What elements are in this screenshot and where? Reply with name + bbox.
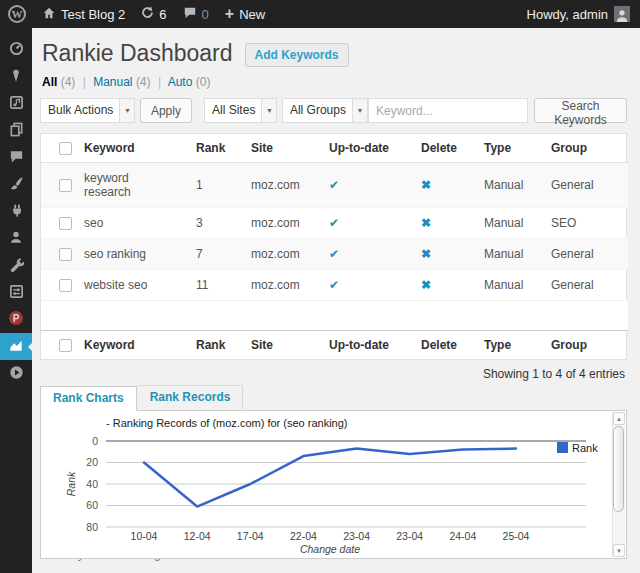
keywords-table: Keyword Rank Site Up-to-date Delete Type… xyxy=(40,133,627,360)
svg-text:Rank: Rank xyxy=(65,471,77,496)
scroll-up-button[interactable]: ▲ xyxy=(613,412,625,425)
updates-menu[interactable]: 6 xyxy=(133,0,174,28)
cell-type: Manual xyxy=(474,239,541,270)
site-name-label: Test Blog 2 xyxy=(61,7,125,22)
sidebar-item-appearance[interactable] xyxy=(0,171,32,198)
sidebar-item-pages[interactable] xyxy=(0,117,32,144)
bulk-actions-value: Bulk Actions xyxy=(41,99,119,122)
cell-group: SEO xyxy=(541,208,628,239)
svg-text:0: 0 xyxy=(92,435,98,447)
howdy-label[interactable]: Howdy, admin xyxy=(527,7,608,22)
sidebar-item-media[interactable] xyxy=(0,90,32,117)
filter-separator: | xyxy=(83,75,86,89)
delete-x-icon[interactable]: ✖ xyxy=(421,278,431,292)
cell-group: General xyxy=(541,163,628,208)
tab-rank-records[interactable]: Rank Records xyxy=(137,385,244,410)
svg-text:10-04: 10-04 xyxy=(131,530,158,542)
cell-rank: 1 xyxy=(186,163,241,208)
updates-icon xyxy=(141,6,154,22)
all-sites-select[interactable]: All Sites ▼ xyxy=(204,98,277,123)
column-footer-type: Type xyxy=(474,331,541,360)
column-footer-site: Site xyxy=(241,331,319,360)
cell-keyword: website seo xyxy=(74,270,186,301)
row-checkbox[interactable] xyxy=(59,279,72,292)
add-keywords-button[interactable]: Add Keywords xyxy=(245,43,349,67)
delete-x-icon[interactable]: ✖ xyxy=(421,247,431,261)
column-header-type[interactable]: Type xyxy=(474,134,541,163)
sidebar-item-posts[interactable] xyxy=(0,63,32,90)
svg-text:17-04: 17-04 xyxy=(237,530,264,542)
delete-x-icon[interactable]: ✖ xyxy=(421,216,431,230)
filter-all[interactable]: All xyxy=(42,75,57,89)
plus-icon: + xyxy=(225,6,234,22)
new-content-menu[interactable]: + New xyxy=(217,0,273,28)
play-icon xyxy=(9,365,24,383)
all-groups-value: All Groups xyxy=(283,99,352,122)
main-content: Rankie Dashboard Add Keywords All (4) | … xyxy=(32,28,640,573)
row-checkbox[interactable] xyxy=(59,217,72,230)
svg-text:22-04: 22-04 xyxy=(290,530,317,542)
filter-manual-count: (4) xyxy=(136,75,151,89)
select-all-checkbox[interactable] xyxy=(59,339,72,352)
delete-x-icon[interactable]: ✖ xyxy=(421,178,431,192)
column-header-site[interactable]: Site xyxy=(241,134,319,163)
scrollbar-thumb[interactable] xyxy=(613,426,624,512)
sidebar-item-dashboard[interactable] xyxy=(0,36,32,63)
sidebar-item-settings[interactable] xyxy=(0,279,32,306)
svg-text:80: 80 xyxy=(86,521,98,533)
rank-chart-panel: - Ranking Records of (moz.com) for (seo … xyxy=(40,410,627,559)
row-checkbox[interactable] xyxy=(59,179,72,192)
rank-chart-icon xyxy=(8,338,24,356)
svg-text:23-04: 23-04 xyxy=(343,530,370,542)
filter-manual[interactable]: Manual xyxy=(93,75,132,89)
sidebar-item-rankie[interactable] xyxy=(0,333,32,360)
svg-text:40: 40 xyxy=(86,478,98,490)
svg-text:- Ranking Records of (moz.com): - Ranking Records of (moz.com) for (seo … xyxy=(106,417,347,429)
site-name-menu[interactable]: Test Blog 2 xyxy=(34,0,133,28)
cell-type: Manual xyxy=(474,208,541,239)
table-row: website seo 11 moz.com ✔ ✖ Manual Genera… xyxy=(41,270,628,301)
all-groups-select[interactable]: All Groups ▼ xyxy=(282,98,368,123)
column-footer-rank: Rank xyxy=(186,331,241,360)
table-row: seo 3 moz.com ✔ ✖ Manual SEO xyxy=(41,208,628,239)
scroll-down-button[interactable]: ▼ xyxy=(613,544,625,557)
wordpress-logo-menu[interactable]: W xyxy=(0,0,34,28)
admin-sidebar: P xyxy=(0,28,32,573)
apply-button[interactable]: Apply xyxy=(140,98,192,123)
bulk-actions-select[interactable]: Bulk Actions ▼ xyxy=(40,98,135,123)
column-footer-keyword: Keyword xyxy=(74,331,186,360)
svg-text:25-04: 25-04 xyxy=(503,530,530,542)
search-keywords-button[interactable]: Search Keywords xyxy=(534,98,627,123)
sidebar-item-video-plugin[interactable] xyxy=(0,360,32,387)
select-all-checkbox[interactable] xyxy=(59,142,72,155)
column-header-uptodate[interactable]: Up-to-date xyxy=(319,134,411,163)
cell-group: General xyxy=(541,239,628,270)
cell-group: General xyxy=(541,270,628,301)
sidebar-item-users[interactable] xyxy=(0,225,32,252)
table-row: seo ranking 7 moz.com ✔ ✖ Manual General xyxy=(41,239,628,270)
column-footer-uptodate: Up-to-date xyxy=(319,331,411,360)
uptodate-check-icon: ✔ xyxy=(329,216,339,230)
tab-rank-charts[interactable]: Rank Charts xyxy=(40,386,137,411)
admin-bar: W Test Blog 2 6 0 + New Howdy, admin xyxy=(0,0,640,28)
comments-menu[interactable]: 0 xyxy=(175,0,217,28)
keyword-search-input[interactable] xyxy=(368,98,528,123)
wordpress-logo-icon: W xyxy=(8,5,26,23)
sidebar-item-plugins[interactable] xyxy=(0,198,32,225)
scrollbar-track[interactable] xyxy=(613,425,625,544)
column-header-keyword[interactable]: Keyword xyxy=(74,134,186,163)
column-header-rank[interactable]: Rank xyxy=(186,134,241,163)
cell-site: moz.com xyxy=(241,208,319,239)
column-header-delete[interactable]: Delete xyxy=(411,134,474,163)
wrench-icon xyxy=(9,257,24,275)
sidebar-item-tools[interactable] xyxy=(0,252,32,279)
column-header-group[interactable]: Group xyxy=(541,134,628,163)
svg-text:Change date: Change date xyxy=(300,543,360,555)
cell-rank: 3 xyxy=(186,208,241,239)
sidebar-item-comments[interactable] xyxy=(0,144,32,171)
sidebar-item-pinterest-plugin[interactable]: P xyxy=(0,306,32,333)
chart-scrollbar[interactable]: ▲ ▼ xyxy=(612,412,625,557)
row-checkbox[interactable] xyxy=(59,248,72,261)
user-avatar[interactable] xyxy=(614,6,630,22)
filter-auto[interactable]: Auto xyxy=(168,75,193,89)
